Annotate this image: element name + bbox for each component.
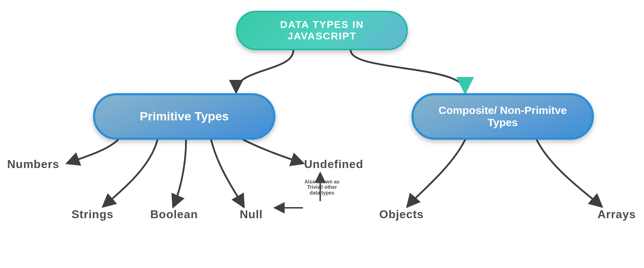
leaf-boolean: Boolean <box>150 208 198 221</box>
root-node: DATA TYPES IN JAVASCRIPT <box>236 11 408 50</box>
category-primitive: Primitive Types <box>93 93 275 140</box>
category-composite-label: Composite/ Non-Primitve Types <box>424 104 581 129</box>
leaf-undefined: Undefined <box>304 158 363 171</box>
category-primitive-label: Primitive Types <box>140 109 229 123</box>
leaf-objects: Objects <box>379 208 424 221</box>
leaf-numbers: Numbers <box>7 158 59 171</box>
leaf-null: Null <box>240 208 263 221</box>
leaf-arrays: Arrays <box>597 208 636 221</box>
leaf-strings: Strings <box>72 208 113 221</box>
category-composite: Composite/ Non-Primitve Types <box>411 93 594 140</box>
root-title: DATA TYPES IN JAVASCRIPT <box>248 19 396 42</box>
annotation-trivial: Also known as Trivial/ other data types <box>304 179 340 196</box>
